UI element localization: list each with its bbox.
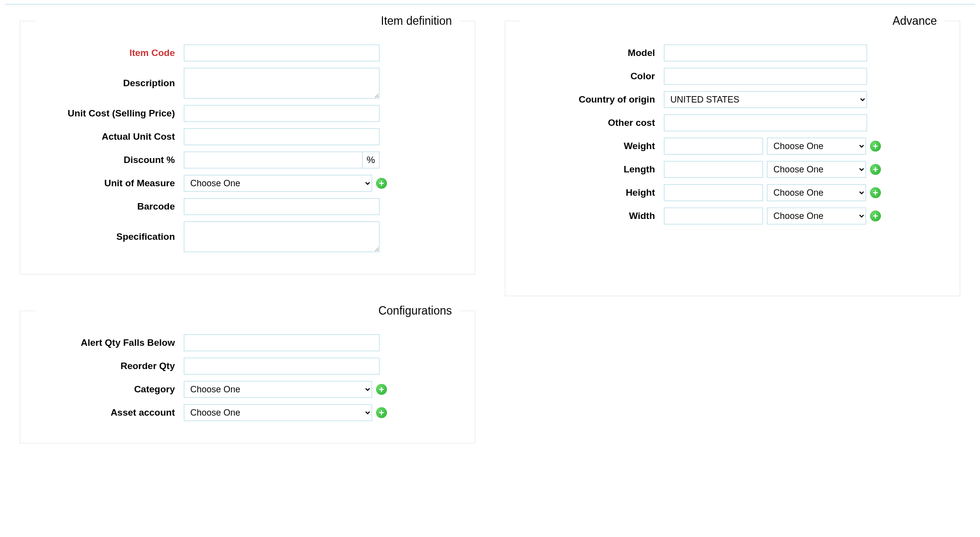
country-label: Country of origin xyxy=(520,94,664,105)
height-input[interactable] xyxy=(664,184,763,201)
add-asset-account-button[interactable]: + xyxy=(376,407,387,418)
plus-icon: + xyxy=(873,212,878,220)
specification-textarea[interactable] xyxy=(184,221,380,252)
barcode-label: Barcode xyxy=(35,201,184,212)
alert-qty-label: Alert Qty Falls Below xyxy=(35,337,184,348)
model-input[interactable] xyxy=(664,45,867,61)
barcode-input[interactable] xyxy=(184,198,380,215)
alert-qty-input[interactable] xyxy=(184,334,380,351)
weight-label: Weight xyxy=(520,141,664,152)
asset-account-label: Asset account xyxy=(35,407,184,418)
other-cost-label: Other cost xyxy=(520,117,664,128)
color-label: Color xyxy=(520,71,664,82)
category-label: Category xyxy=(35,384,184,395)
percent-suffix: % xyxy=(362,152,380,168)
plus-icon: + xyxy=(379,385,384,394)
item-definition-fieldset: Item definition Item Code Description Un… xyxy=(20,14,475,274)
plus-icon: + xyxy=(873,142,878,151)
plus-icon: + xyxy=(379,179,384,188)
width-unit-select[interactable]: Choose One xyxy=(767,208,866,224)
actual-unit-cost-label: Actual Unit Cost xyxy=(35,131,184,142)
reorder-qty-label: Reorder Qty xyxy=(35,361,184,372)
category-select[interactable]: Choose One xyxy=(184,381,372,398)
specification-label: Specification xyxy=(35,231,184,242)
description-label: Description xyxy=(35,78,184,89)
country-select[interactable]: UNITED STATES xyxy=(664,91,867,108)
configurations-fieldset: Configurations Alert Qty Falls Below Reo… xyxy=(20,304,475,443)
actual-unit-cost-input[interactable] xyxy=(184,128,380,145)
add-width-unit-button[interactable]: + xyxy=(870,211,881,221)
unit-cost-label: Unit Cost (Selling Price) xyxy=(35,108,184,119)
item-definition-legend: Item definition xyxy=(377,14,456,28)
model-label: Model xyxy=(520,48,664,58)
item-code-input[interactable] xyxy=(184,45,380,61)
add-category-button[interactable]: + xyxy=(376,384,387,395)
width-label: Width xyxy=(520,211,664,221)
uom-label: Unit of Measure xyxy=(35,178,184,189)
weight-unit-select[interactable]: Choose One xyxy=(767,138,866,155)
height-label: Height xyxy=(520,187,664,198)
description-textarea[interactable] xyxy=(184,68,380,99)
discount-label: Discount % xyxy=(35,155,184,165)
plus-icon: + xyxy=(873,165,878,174)
length-input[interactable] xyxy=(664,161,763,178)
add-uom-button[interactable]: + xyxy=(376,178,387,189)
other-cost-input[interactable] xyxy=(664,114,867,131)
color-input[interactable] xyxy=(664,68,867,85)
width-input[interactable] xyxy=(664,208,763,224)
asset-account-select[interactable]: Choose One xyxy=(184,404,372,421)
length-unit-select[interactable]: Choose One xyxy=(767,161,866,178)
plus-icon: + xyxy=(873,188,878,197)
discount-input[interactable] xyxy=(184,152,362,168)
length-label: Length xyxy=(520,164,664,175)
height-unit-select[interactable]: Choose One xyxy=(767,184,866,201)
advance-legend: Advance xyxy=(888,14,941,28)
weight-input[interactable] xyxy=(664,138,763,155)
uom-select[interactable]: Choose One xyxy=(184,175,372,192)
add-height-unit-button[interactable]: + xyxy=(870,187,881,198)
plus-icon: + xyxy=(379,408,384,417)
advance-fieldset: Advance Model Color Country of origin UN… xyxy=(505,14,960,296)
add-weight-unit-button[interactable]: + xyxy=(870,141,881,152)
reorder-qty-input[interactable] xyxy=(184,358,380,375)
unit-cost-input[interactable] xyxy=(184,105,380,122)
configurations-legend: Configurations xyxy=(375,304,456,318)
item-code-label: Item Code xyxy=(35,48,184,58)
add-length-unit-button[interactable]: + xyxy=(870,164,881,175)
